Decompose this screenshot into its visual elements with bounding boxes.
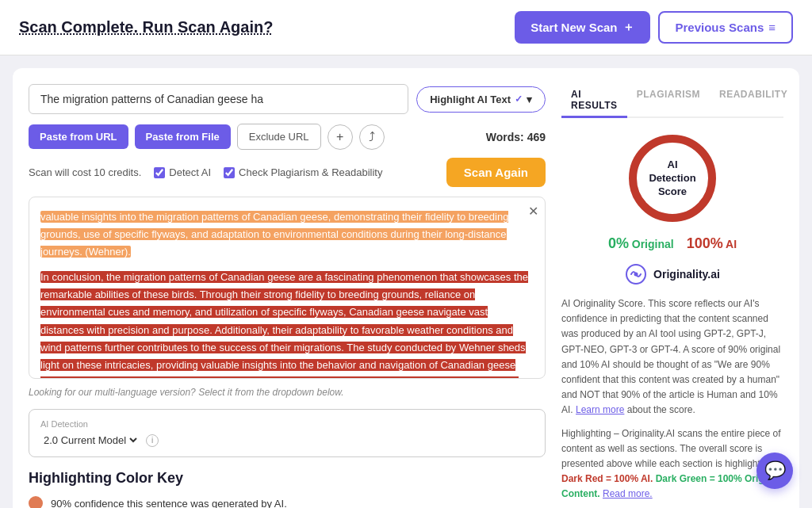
color-key-title: Highlighting Color Key — [29, 470, 546, 487]
paste-from-url-button[interactable]: Paste from URL — [29, 124, 128, 149]
score-center-text: AI Detection Score — [649, 159, 696, 199]
plus-icon: ＋ — [622, 20, 634, 35]
detect-ai-checkbox-label[interactable]: Detect AI — [154, 166, 211, 178]
words-count: Words: 469 — [486, 131, 546, 143]
plus-circle-icon: + — [336, 130, 343, 144]
page-title: Scan Complete. Run Scan Again? — [19, 18, 273, 36]
input-row: Highlight AI Text ✓ ▾ — [29, 84, 546, 114]
color-key-item-1: 90% confidence this sentence was generat… — [29, 496, 546, 508]
text-content-area: ✕ valuable insights into the migration p… — [29, 197, 546, 379]
score-labels: 0% Original 100% AI — [608, 235, 737, 252]
tab-plagiarism[interactable]: PLAGIARISM — [627, 84, 710, 118]
learn-more-link-1[interactable]: Learn more — [576, 404, 624, 415]
originality-logo-icon — [625, 263, 647, 285]
share-icon-button[interactable]: ⤴ — [359, 124, 385, 150]
content-wrapper: Highlight AI Text ✓ ▾ Paste from URL Pas… — [13, 68, 799, 508]
exclude-url-button[interactable]: Exclude URL — [237, 124, 321, 150]
original-score: 0% Original — [608, 235, 674, 252]
ai-detection-model-select[interactable]: 2.0 Current Model — [40, 434, 140, 447]
ai-detection-select-row: 2.0 Current Model i — [40, 434, 534, 447]
highlighted-text-1: valuable insights into the migration pat… — [40, 211, 508, 258]
right-panel: AI RESULTS PLAGIARISM READABILITY — [561, 84, 783, 508]
paste-from-file-button[interactable]: Paste from File — [135, 124, 231, 149]
checkmark-icon: ✓ — [515, 94, 523, 105]
tab-ai-results[interactable]: AI RESULTS — [561, 84, 627, 118]
description-text-1: AI Originality Score. This score reflect… — [561, 296, 783, 418]
header-buttons: Start New Scan ＋ Previous Scans ≡ — [515, 11, 793, 44]
action-row: Paste from URL Paste from File Exclude U… — [29, 124, 546, 150]
score-container: AI Detection Score 0% Original 100% AI — [561, 131, 783, 252]
read-more-link[interactable]: Read more. — [603, 488, 653, 499]
originality-logo: Originality.ai — [561, 263, 783, 285]
dark-red-label: Dark Red = 100% AI. — [561, 473, 653, 484]
menu-icon: ≡ — [768, 21, 776, 34]
plagiarism-checkbox[interactable] — [224, 167, 235, 178]
text-input[interactable] — [29, 84, 408, 114]
svg-point-3 — [634, 273, 638, 277]
info-icon[interactable]: i — [146, 434, 159, 447]
share-icon: ⤴ — [369, 130, 375, 144]
ai-detection-label: AI Detection — [40, 419, 534, 429]
detect-ai-checkbox[interactable] — [154, 167, 165, 178]
ai-score: 100% AI — [687, 235, 737, 252]
description-text-2: Highlighting – Originality.AI scans the … — [561, 426, 783, 502]
plagiarism-checkbox-label[interactable]: Check Plagiarism & Readability — [224, 166, 382, 178]
main-container: Highlight AI Text ✓ ▾ Paste from URL Pas… — [0, 55, 812, 508]
header: Scan Complete. Run Scan Again? Start New… — [0, 0, 812, 55]
ai-detection-box: AI Detection 2.0 Current Model i — [29, 409, 546, 457]
chat-button[interactable]: 💬 — [756, 453, 793, 489]
color-dot-1 — [29, 496, 43, 508]
scan-again-button[interactable]: Scan Again — [446, 158, 546, 187]
originality-logo-text: Originality.ai — [653, 268, 720, 281]
add-icon-button[interactable]: + — [327, 124, 353, 150]
chevron-down-icon: ▾ — [527, 94, 532, 105]
tabs-row: AI RESULTS PLAGIARISM READABILITY — [561, 84, 783, 118]
chat-icon: 💬 — [764, 460, 786, 481]
close-button[interactable]: ✕ — [528, 204, 538, 219]
color-key-label-1: 90% confidence this sentence was generat… — [51, 498, 287, 509]
score-circle: AI Detection Score — [625, 131, 720, 226]
left-panel: Highlight AI Text ✓ ▾ Paste from URL Pas… — [29, 84, 546, 508]
tab-readability[interactable]: READABILITY — [710, 84, 797, 118]
highlight-ai-text-button[interactable]: Highlight AI Text ✓ ▾ — [416, 86, 546, 113]
start-new-scan-button[interactable]: Start New Scan ＋ — [515, 11, 649, 44]
highlighted-text-2: In conclusion, the migration patterns of… — [40, 271, 533, 379]
scan-cost-label: Scan will cost 10 credits. — [29, 166, 141, 178]
language-note: Looking for our multi-language version? … — [29, 387, 546, 398]
previous-scans-button[interactable]: Previous Scans ≡ — [658, 11, 794, 44]
scan-options-row: Scan will cost 10 credits. Detect AI Che… — [29, 158, 546, 187]
